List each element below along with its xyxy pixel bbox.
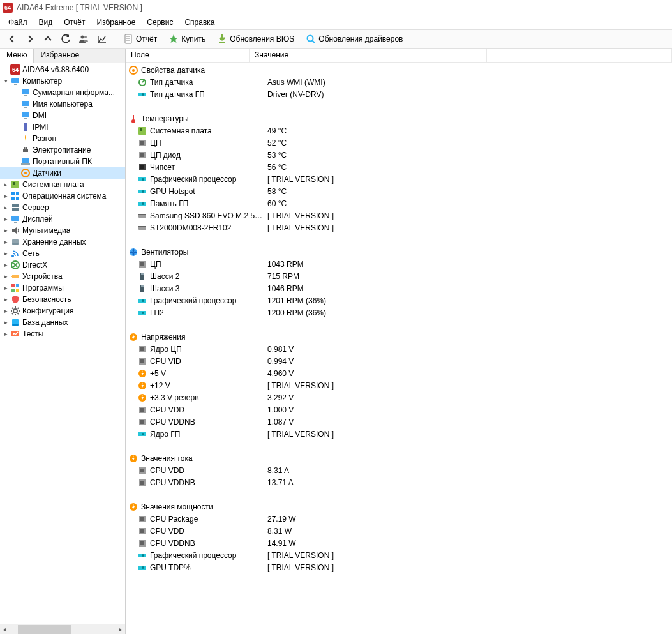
tree-computer-child[interactable]: Разгон [0,133,125,144]
sensor-row[interactable]: Шасси 31046 RPM [126,282,672,294]
tree-category[interactable]: ▸Сервер [0,202,125,213]
tree-computer-child[interactable]: Имя компьютера [0,98,125,110]
driver-update-button[interactable]: Обновления драйверов [301,31,408,47]
menu-file[interactable]: Файл [3,16,33,29]
tree-category[interactable]: ▸Системная плата [0,179,125,190]
sensor-row[interactable]: ST2000DM008-2FR102[ TRIAL VERSION ] [126,222,672,234]
bios-update-button[interactable]: Обновления BIOS [212,31,299,47]
tree-category[interactable]: ▸Мультимедиа [0,225,125,236]
sensor-row[interactable]: CPU VDD1.000 V [126,404,672,416]
twisty-icon[interactable]: ▸ [1,204,10,211]
sensor-row[interactable]: Графический процессор[ TRIAL VERSION ] [126,549,672,561]
tree-category[interactable]: ▸Тесты [0,328,125,340]
tree-category[interactable]: ▸Конфигурация [0,305,125,317]
tree-category[interactable]: ▸Безопасность [0,294,125,305]
scroll-left-icon[interactable]: ◄ [0,626,9,633]
sensor-row[interactable]: ЦП52 °C [126,137,672,149]
group-header[interactable]: Температуры [126,112,672,125]
sensor-row[interactable]: Графический процессор[ TRIAL VERSION ] [126,173,672,185]
tree-computer[interactable]: ▾Компьютер [0,75,125,87]
twisty-icon[interactable]: ▸ [1,296,10,303]
sensor-row[interactable]: ЦП1043 RPM [126,258,672,270]
twisty-icon[interactable]: ▸ [1,216,10,222]
tree-computer-child[interactable]: DMI [0,110,125,121]
tab-favorites[interactable]: Избранное [34,49,86,63]
twisty-icon[interactable]: ▸ [1,193,10,199]
scroll-right-icon[interactable]: ► [116,626,125,633]
back-button[interactable] [4,31,20,47]
tree-computer-child[interactable]: Суммарная информа... [0,87,125,98]
tree-category[interactable]: ▸DirectX [0,259,125,271]
twisty-icon[interactable]: ▸ [1,308,10,314]
tree-category[interactable]: ▸Хранение данных [0,236,125,248]
menu-favorite[interactable]: Избранное [91,16,142,29]
menu-service[interactable]: Сервис [141,16,179,29]
tree-computer-child[interactable]: IPMI [0,121,125,133]
scroll-thumb[interactable] [18,625,71,634]
refresh-button[interactable] [57,31,74,47]
tree-category[interactable]: ▸Операционная система [0,190,125,202]
tree-category[interactable]: ▸Дисплей [0,213,125,225]
tree-root[interactable]: 64AIDA64 v6.88.6400 [0,64,125,75]
tree-computer-child[interactable]: Датчики [0,167,125,179]
sensor-row[interactable]: CPU VDD8.31 A [126,464,672,476]
menu-report[interactable]: Отчёт [58,16,91,29]
sensor-row[interactable]: GPU TDP%[ TRIAL VERSION ] [126,561,672,573]
sensor-row[interactable]: CPU Package27.19 W [126,513,672,525]
sensor-row[interactable]: CPU VID0.994 V [126,355,672,367]
twisty-icon[interactable]: ▸ [1,227,10,234]
graph-button[interactable] [93,31,110,47]
group-header[interactable]: Свойства датчика [126,64,672,76]
group-header[interactable]: Напряжения [126,331,672,343]
sensor-row[interactable]: Ядро ЦП0.981 V [126,343,672,355]
column-field[interactable]: Поле [126,49,250,62]
sensor-row[interactable]: ГП21200 RPM (36%) [126,306,672,319]
nav-tree[interactable]: 64AIDA64 v6.88.6400▾КомпьютерСуммарная и… [0,63,125,624]
sensor-row[interactable]: ЦП диод53 °C [126,149,672,161]
twisty-icon[interactable]: ▸ [1,331,10,337]
group-header[interactable]: Значения тока [126,452,672,464]
sensor-row[interactable]: CPU VDDNB14.91 W [126,537,672,549]
twisty-icon[interactable]: ▸ [1,273,10,280]
sensor-row[interactable]: Ядро ГП[ TRIAL VERSION ] [126,428,672,440]
sensor-row[interactable]: CPU VDDNB13.71 A [126,476,672,488]
menu-view[interactable]: Вид [33,16,59,29]
sensor-row[interactable]: CPU VDD8.31 W [126,525,672,537]
twisty-icon[interactable]: ▸ [1,262,10,268]
sensor-row[interactable]: GPU Hotspot58 °C [126,185,672,197]
tree-horizontal-scrollbar[interactable]: ◄ ► [0,624,125,634]
menu-help[interactable]: Справка [179,16,220,29]
group-header[interactable]: Значения мощности [126,501,672,513]
column-value[interactable]: Значение [250,49,487,62]
sensor-row[interactable]: Графический процессор1201 RPM (36%) [126,294,672,306]
sensor-row[interactable]: +5 V4.960 V [126,367,672,379]
sensor-row[interactable]: +12 V[ TRIAL VERSION ] [126,379,672,391]
buy-button[interactable]: Купить [163,31,211,47]
sensor-row[interactable]: Чипсет56 °C [126,161,672,173]
tree-category[interactable]: ▸Программы [0,282,125,294]
sensor-row[interactable]: Шасси 2715 RPM [126,270,672,282]
twisty-icon[interactable]: ▸ [1,250,10,257]
sensor-row[interactable]: +3.3 V резерв3.292 V [126,391,672,404]
sensor-row[interactable]: Samsung SSD 860 EVO M.2 5…[ TRIAL VERSIO… [126,209,672,222]
report-button[interactable]: Отчёт [118,31,162,47]
twisty-icon[interactable]: ▾ [1,78,10,84]
up-button[interactable] [40,31,56,47]
tree-category[interactable]: ▸Устройства [0,271,125,282]
sensor-row[interactable]: Системная плата49 °C [126,125,672,137]
tree-category[interactable]: ▸Сеть [0,248,125,259]
twisty-icon[interactable]: ▸ [1,285,10,291]
forward-button[interactable] [22,31,38,47]
sensor-row[interactable]: Память ГП60 °C [126,197,672,209]
twisty-icon[interactable]: ▸ [1,181,10,188]
tree-category[interactable]: ▸База данных [0,317,125,328]
sensor-row[interactable]: CPU VDDNB1.087 V [126,416,672,428]
tree-computer-child[interactable]: Портативный ПК [0,156,125,167]
sensor-row[interactable]: Тип датчика ГПDriver (NV-DRV) [126,88,672,100]
group-header[interactable]: Вентиляторы [126,246,672,258]
twisty-icon[interactable]: ▸ [1,319,10,326]
tree-computer-child[interactable]: Электропитание [0,144,125,156]
tab-menu[interactable]: Меню [0,49,34,63]
sensor-row[interactable]: Тип датчикаAsus WMI (WMI) [126,76,672,88]
users-button[interactable] [75,31,92,47]
